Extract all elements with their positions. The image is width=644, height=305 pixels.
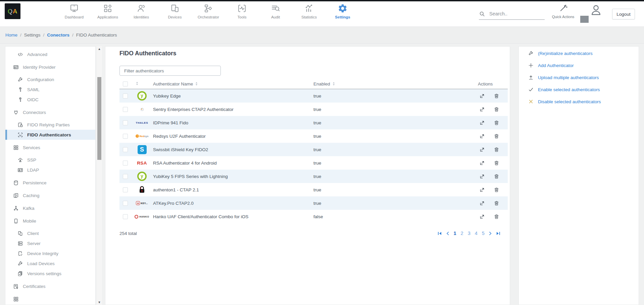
quick-actions-button[interactable]: Quick Actions — [548, 4, 578, 19]
logo-letter-a: A — [13, 8, 17, 15]
open-authenticator-button[interactable] — [479, 107, 485, 112]
open-authenticator-button[interactable] — [479, 93, 485, 99]
panel-link-re-initialize-authenticators[interactable]: (Re)initialize authenticators — [519, 47, 639, 59]
nav-item-orchestrator[interactable]: Orchestrator — [192, 3, 225, 24]
logout-button[interactable]: Logout — [612, 9, 635, 19]
sidebar-item-configuration[interactable]: Configuration — [5, 74, 95, 84]
table-row: yYubikey Edgetrue — [119, 89, 508, 103]
filter-input[interactable] — [119, 66, 221, 76]
delete-authenticator-button[interactable] — [494, 133, 499, 139]
open-authenticator-button[interactable] — [479, 160, 485, 166]
nav-item-tools[interactable]: Tools — [225, 3, 259, 24]
sidebar-item-versions-settings[interactable]: Versions settings — [5, 268, 95, 279]
sidebar-item-saml[interactable]: SAML — [5, 84, 95, 95]
open-authenticator-button[interactable] — [479, 174, 485, 179]
nav-item-dashboard[interactable]: Dashboard — [57, 3, 91, 24]
open-authenticator-button[interactable] — [479, 147, 485, 152]
sidebar-item-fido-relying-parties[interactable]: FIDO Relying Parties — [5, 120, 95, 130]
sidebar-item-client[interactable]: Client — [5, 228, 95, 238]
row-checkbox[interactable] — [123, 94, 128, 99]
sidebar-item-persistence[interactable]: Persistence — [5, 178, 95, 188]
panel-link-upload-multiple-authenticators[interactable]: Upload multiple authenticators — [519, 71, 639, 83]
sidebar-item-ldap[interactable]: LDAP — [5, 165, 95, 175]
pagination-page-2[interactable]: 2 — [461, 231, 463, 236]
row-checkbox[interactable] — [123, 174, 128, 179]
breadcrumb-item-conectors[interactable]: Conectors — [47, 33, 69, 38]
sidebar-item-oidc[interactable]: OIDC — [5, 95, 95, 105]
gear-icon — [338, 3, 348, 14]
sidebar-item-caching[interactable]: Caching — [5, 190, 95, 200]
sidebar-item-certificates[interactable]: Certificates — [5, 281, 95, 291]
nav-item-devices[interactable]: Devices — [158, 3, 192, 24]
open-authenticator-button[interactable] — [479, 214, 485, 220]
delete-authenticator-button[interactable] — [494, 160, 499, 166]
pagination-next-button[interactable] — [489, 232, 492, 235]
select-all-checkbox[interactable] — [123, 81, 128, 86]
delete-authenticator-button[interactable] — [494, 174, 499, 179]
sidebar-item-kafka[interactable]: Kafka — [5, 203, 95, 213]
nav-item-identities[interactable]: Identities — [125, 3, 158, 24]
sidebar-item-identity-provider[interactable]: Identity Provider — [5, 62, 95, 72]
avatar-icon[interactable] — [590, 4, 602, 18]
sidebar-item-connectors[interactable]: Connectors — [5, 107, 95, 117]
row-checkbox[interactable] — [123, 187, 128, 192]
delete-authenticator-button[interactable] — [494, 214, 499, 220]
pagination-prev-button[interactable] — [446, 232, 449, 235]
panel-link-enable-selected-authenticators[interactable]: Enable selected authenticators — [519, 83, 639, 96]
sidebar-item-fido-authenticators[interactable]: FIDO Authenticators — [5, 130, 95, 140]
open-authenticator-button[interactable] — [479, 120, 485, 126]
delete-authenticator-button[interactable] — [494, 120, 499, 126]
scroll-up-arrow[interactable]: ▲ — [97, 47, 102, 51]
row-checkbox[interactable] — [123, 134, 128, 139]
sidebar-item-server[interactable]: Server — [5, 238, 95, 248]
panel-link-label: Enable selected authenticators — [538, 87, 600, 92]
panel-link-add-authenticator[interactable]: Add Authenticator — [519, 59, 639, 71]
pagination-last-button[interactable] — [496, 232, 500, 235]
sidebar-item-load-devices[interactable]: Load Devices — [5, 258, 95, 268]
sidebar-item-ssp[interactable]: SSP — [5, 155, 95, 165]
open-authenticator-button[interactable] — [479, 133, 485, 139]
delete-authenticator-button[interactable] — [494, 107, 499, 112]
sidebar-item-label: Mobile — [23, 219, 36, 224]
row-checkbox[interactable] — [123, 201, 128, 206]
sidebar-item-services[interactable]: Services — [5, 142, 95, 152]
scrollbar-thumb[interactable] — [97, 77, 101, 160]
search-icon — [479, 11, 485, 17]
nav-item-settings[interactable]: Settings — [326, 3, 359, 24]
sidebar-item-advanced[interactable]: Advanced — [5, 49, 95, 59]
pagination-page-4[interactable]: 4 — [475, 231, 478, 236]
row-checkbox[interactable] — [123, 107, 128, 112]
pagination-page-1[interactable]: 1 — [454, 231, 456, 236]
icon-column-sort-button[interactable] — [131, 81, 153, 86]
delete-authenticator-button[interactable] — [494, 147, 499, 152]
row-checkbox[interactable] — [123, 161, 128, 166]
sidebar-scrollbar[interactable]: ▲ ▼ — [97, 46, 102, 305]
column-header-enabled[interactable]: Enabled — [313, 81, 478, 86]
pagination-first-button[interactable] — [438, 232, 442, 235]
sidebar-item-mobile[interactable]: Mobile — [5, 216, 95, 226]
sidebar-item-item[interactable] — [5, 294, 95, 304]
row-checkbox[interactable] — [123, 147, 128, 152]
app-logo[interactable]: QA — [5, 3, 20, 19]
authenticator-name: RSA Authenticator 4 for Android — [153, 161, 313, 166]
row-checkbox[interactable] — [123, 120, 128, 125]
search-input[interactable] — [489, 11, 545, 17]
delete-authenticator-button[interactable] — [494, 187, 499, 193]
open-authenticator-button[interactable] — [479, 200, 485, 206]
delete-authenticator-button[interactable] — [494, 93, 499, 99]
pagination-page-5[interactable]: 5 — [482, 231, 485, 236]
breadcrumb-item-home[interactable]: Home — [5, 33, 17, 38]
nav-item-audit[interactable]: Audit — [259, 3, 292, 24]
open-authenticator-button[interactable] — [479, 187, 485, 193]
row-checkbox[interactable] — [123, 214, 128, 219]
scroll-down-arrow[interactable]: ▼ — [97, 300, 102, 305]
panel-link-label: Upload multiple authenticators — [538, 75, 599, 80]
delete-authenticator-button[interactable] — [494, 200, 499, 206]
panel-link-disable-selected-authenticators[interactable]: Disable selected authenticators — [519, 96, 639, 108]
column-header-authenticator-name[interactable]: Authenticator Name — [153, 81, 313, 86]
authenticator-name: IDPrime 941 Fido — [153, 120, 313, 125]
nav-item-applications[interactable]: Applications — [91, 3, 125, 24]
nav-item-statistics[interactable]: Statistics — [292, 3, 326, 24]
sidebar-item-device-integrity[interactable]: Device Integrity — [5, 248, 95, 258]
pagination-page-3[interactable]: 3 — [468, 231, 470, 236]
